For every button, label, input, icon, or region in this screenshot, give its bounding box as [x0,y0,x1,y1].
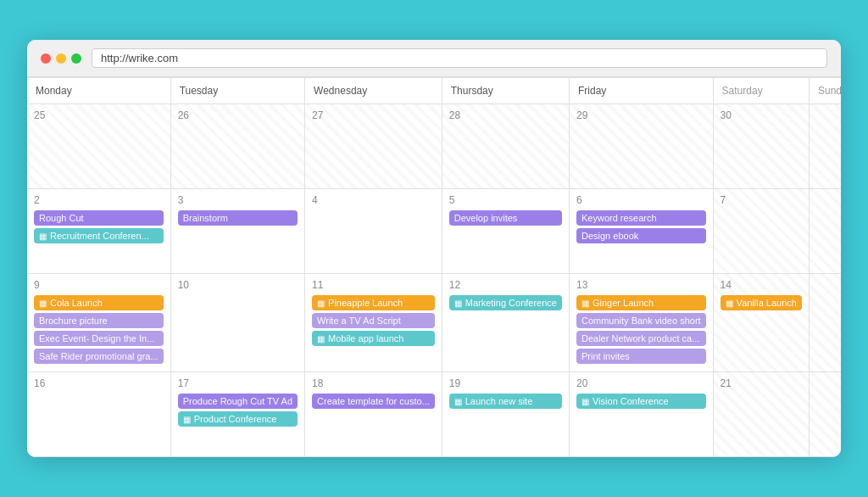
cell-date: 19 [449,377,562,389]
calendar-cell: 19▦Launch new site [442,372,570,457]
cell-date: 20 [576,377,706,389]
dot-red[interactable] [41,53,51,64]
calendar-event[interactable]: Rough Cut [34,210,164,226]
event-label: Brochure picture [39,316,108,326]
dot-yellow[interactable] [56,53,66,64]
event-icon: ▦ [317,334,325,343]
calendar-event[interactable]: ▦Recruitment Conferen... [34,228,164,243]
col-header-thursday: Thursday [442,78,570,104]
col-header-saturday: Saturday [714,78,810,104]
calendar-event[interactable]: ▦Vision Conference [576,394,706,409]
event-label: Keyword research [581,213,657,223]
event-label: Marketing Conference [465,298,557,308]
calendar-event[interactable]: Design ebook [576,228,706,243]
calendar-event[interactable]: Community Bank video short [576,313,706,328]
calendar-cell: 2Rough Cut▦Recruitment Conferen... [27,189,171,274]
calendar-cell [810,372,841,457]
cell-date: 25 [34,109,164,121]
col-header-tuesday: Tuesday [171,78,305,104]
cell-date: 5 [449,194,562,206]
calendar-event[interactable]: Dealer Network product ca... [576,331,706,346]
event-icon: ▦ [39,299,47,308]
calendar-event[interactable]: Brainstorm [178,210,298,226]
event-label: Write a TV Ad Script [317,316,401,326]
browser-bar: http://wrike.com [27,40,841,77]
calendar-event[interactable]: ▦Marketing Conference [449,295,562,310]
event-icon: ▦ [726,299,733,308]
cell-date: 2 [34,194,164,206]
calendar-cell: 11▦Pineapple LaunchWrite a TV Ad Script▦… [305,274,442,372]
calendar-event[interactable]: Create template for custo... [312,394,435,409]
event-icon: ▦ [581,299,589,308]
cell-date: 12 [449,279,562,291]
browser-window: http://wrike.com MondayTuesdayWednesdayT… [27,40,841,457]
event-label: Pineapple Launch [328,298,403,308]
col-header-friday: Friday [570,78,714,104]
event-label: Cola Launch [50,298,103,308]
cell-date: 27 [312,109,435,121]
calendar-cell: 12▦Marketing Conference [442,274,570,372]
cell-date: 26 [178,109,298,121]
cell-date: 30 [721,109,802,121]
calendar-event[interactable]: Print invites [576,349,706,364]
event-icon: ▦ [183,415,191,424]
event-label: Mobile app launch [328,333,403,343]
event-label: Rough Cut [39,213,84,223]
calendar-cell: 29 [570,104,714,189]
event-label: Create template for custo... [317,396,430,406]
calendar-cell: 18Create template for custo... [305,372,442,457]
browser-dots [41,53,81,64]
calendar-event[interactable]: Produce Rough Cut TV Ad [178,394,298,409]
calendar-event[interactable]: Safe Rider promotional gra... [34,349,164,364]
calendar-event[interactable]: Keyword research [576,210,706,226]
cell-date: 9 [34,279,164,291]
calendar-cell: 17Produce Rough Cut TV Ad▦Product Confer… [171,372,305,457]
event-icon: ▦ [454,299,462,308]
calendar-cell: 3Brainstorm [171,189,305,274]
calendar-event[interactable]: ▦Pineapple Launch [312,295,435,310]
cell-date: 18 [312,377,435,389]
calendar-event[interactable]: Develop invites [449,210,562,226]
calendar-cell: 25 [27,104,171,189]
dot-green[interactable] [71,53,81,64]
calendar-event[interactable]: Exec Event- Design the In... [34,331,164,346]
calendar-cell: 9▦Cola LaunchBrochure pictureExec Event-… [27,274,171,372]
event-label: Recruitment Conferen... [50,231,149,241]
cell-date: 14 [721,279,802,291]
cell-date: 11 [312,279,435,291]
event-icon: ▦ [581,397,589,406]
event-label: Vision Conference [593,396,669,406]
cell-date: 29 [576,109,706,121]
calendar: MondayTuesdayWednesdayThursdayFridaySatu… [27,77,841,457]
calendar-cell: 16 [27,372,171,457]
event-label: Dealer Network product ca... [581,333,699,343]
calendar-event[interactable]: ▦Mobile app launch [312,331,435,346]
cell-date: 7 [721,194,802,206]
event-label: Ginger Launch [593,298,654,308]
event-label: Print invites [581,351,630,361]
calendar-cell [810,189,841,274]
url-bar[interactable]: http://wrike.com [92,48,827,68]
event-label: Design ebook [581,231,638,241]
calendar-cell [810,274,841,372]
calendar-event[interactable]: Write a TV Ad Script [312,313,435,328]
calendar-cell [810,104,841,189]
calendar-event[interactable]: ▦Product Conference [178,411,298,427]
calendar-event[interactable]: Brochure picture [34,313,164,328]
event-icon: ▦ [317,299,325,308]
calendar-cell: 13▦Ginger LaunchCommunity Bank video sho… [570,274,714,372]
event-label: Develop invites [454,213,518,223]
event-label: Brainstorm [183,213,228,223]
calendar-event[interactable]: ▦Launch new site [449,394,562,409]
calendar-cell: 20▦Vision Conference [570,372,714,457]
calendar-event[interactable]: ▦Cola Launch [34,295,164,310]
event-label: Product Conference [194,414,277,424]
col-header-sunday: Sunday [810,78,841,104]
calendar-cell: 5Develop invites [442,189,570,274]
calendar-event[interactable]: ▦Ginger Launch [576,295,706,310]
event-label: Safe Rider promotional gra... [39,351,159,361]
cell-date: 28 [449,109,562,121]
calendar-cell: 6Keyword researchDesign ebook [570,189,714,274]
calendar-cell: 7 [714,189,810,274]
calendar-event[interactable]: ▦Vanilla Launch [721,295,802,310]
